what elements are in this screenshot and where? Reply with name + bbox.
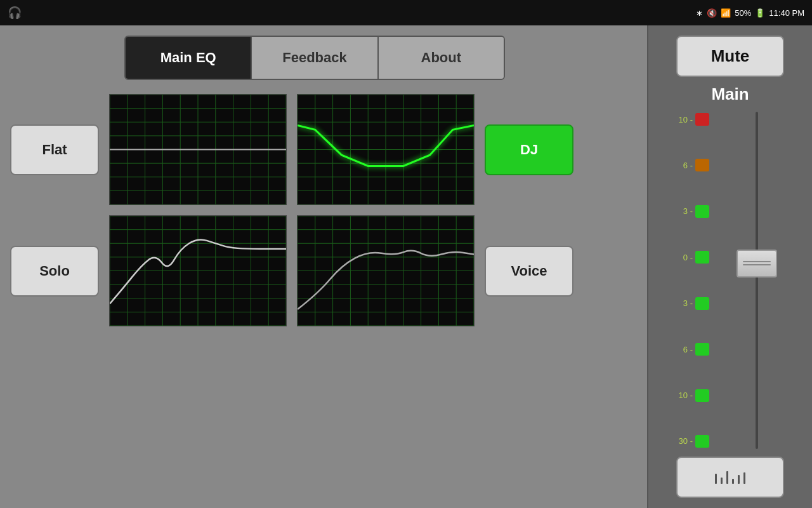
vu-label-3-bot: 3 - [675,298,693,308]
solo-button[interactable]: Solo [10,246,99,297]
main-content: Main EQ Feedback About Flat [0,25,647,508]
battery-percent: 50% [735,8,751,18]
eq-grid-voice[interactable] [297,215,475,326]
eq-grids: Flat DJ Solo [10,88,637,498]
vu-row-30: 30 - [675,434,709,449]
status-right: ∗ 🔇 📶 50% 🔋 11:40 PM [696,8,804,18]
vu-led-3-top [695,205,709,218]
vu-label-0: 0 - [675,253,693,262]
clock: 11:40 PM [769,8,804,18]
eq-grid-flat[interactable] [109,94,287,205]
mixer-icon [715,471,745,484]
vu-led-6 [695,159,709,171]
flat-button[interactable]: Flat [10,124,99,175]
right-panel: Mute Main 10 - 6 - 3 - 0 - [647,25,812,508]
tab-feedback[interactable]: Feedback [252,37,378,79]
headphone-icon: 🎧 [8,6,22,20]
vu-led-30 [695,435,709,448]
vu-label-10-top: 10 - [675,115,693,124]
vu-meter: 10 - 6 - 3 - 0 - 3 - [661,112,712,449]
vu-label-6-bot: 6 - [675,345,693,354]
tab-about[interactable]: About [379,37,504,79]
fader-track[interactable] [714,112,799,449]
vu-label-30: 30 - [675,436,693,446]
fader-handle[interactable] [737,250,777,277]
vu-led-10-bot [695,389,709,402]
app-container: Main EQ Feedback About Flat [0,25,812,508]
dj-button[interactable]: DJ [485,124,573,175]
vu-row-3: 3 - [675,204,709,219]
bluetooth-icon: ∗ [696,8,703,18]
mixer-button[interactable] [676,457,784,498]
volume-off-icon: 🔇 [707,8,717,18]
vu-led-6-bot [695,343,709,356]
eq-row-bottom: Solo Voice [10,215,637,326]
vu-led-10-top [695,113,709,126]
eq-grid-solo[interactable] [109,215,287,326]
mute-button[interactable]: Mute [676,36,784,77]
vu-label-3-top: 3 - [675,206,693,216]
eq-row-top: Flat DJ [10,94,637,205]
main-section-label: Main [711,84,749,104]
voice-button[interactable]: Voice [485,246,573,297]
vu-label-10-bot: 10 - [675,391,693,400]
vu-led-0 [695,251,709,264]
vu-row-10-top: 10 - [675,112,709,127]
vu-row-6: 6 - [675,157,709,173]
vu-row-3-bot: 3 - [675,296,709,311]
vu-led-3-bot [695,297,709,310]
battery-icon: 🔋 [755,8,765,18]
vu-row-0: 0 - [675,250,709,265]
vu-row-10-bot: 10 - [675,388,709,403]
tab-bar: Main EQ Feedback About [124,36,505,80]
fader-line [756,112,758,449]
meter-fader-section: 10 - 6 - 3 - 0 - 3 - [655,112,806,449]
status-bar: 🎧 ∗ 🔇 📶 50% 🔋 11:40 PM [0,0,812,25]
vu-row-6-bot: 6 - [675,342,709,357]
wifi-icon: 📶 [721,8,731,18]
eq-grid-dj[interactable] [297,94,475,205]
tab-main-eq[interactable]: Main EQ [126,37,252,79]
vu-label-6: 6 - [675,161,693,170]
